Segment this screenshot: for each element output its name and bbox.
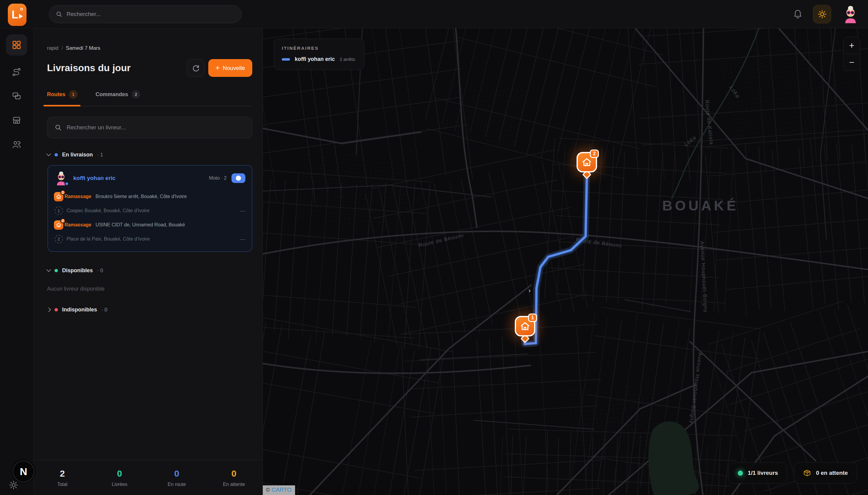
carto-link[interactable]: CARTO [272, 487, 292, 493]
street-label: Avenue Houphouët-Boigny [689, 353, 703, 424]
refresh-button[interactable] [187, 59, 205, 77]
zoom-in-button[interactable]: + [844, 37, 860, 54]
routes-legend: ITINÉRAIRES koffi yohan eric 2 arrêts [274, 39, 364, 70]
section-disponibles[interactable]: Disponibles · 0 [47, 268, 252, 274]
stop-row-pickup-2[interactable]: 2 Ramassage USINE CIDT de, Unnamed Road,… [54, 219, 245, 231]
dev-overlay-badge[interactable]: N [13, 461, 34, 482]
driver-visibility-toggle[interactable] [231, 173, 245, 183]
sidebar-item-users[interactable] [6, 134, 27, 155]
refresh-icon [192, 64, 200, 72]
city-label: BOUAKÉ [662, 198, 739, 214]
global-search[interactable] [49, 5, 242, 23]
stat-value: 0 [148, 468, 206, 479]
stop-type-label: Ramassage [65, 222, 91, 227]
chevron-down-icon [47, 268, 51, 272]
map-zoom-control: + − [843, 37, 860, 71]
settings-button[interactable] [8, 480, 19, 491]
sidebar-item-dashboard[interactable] [6, 34, 27, 55]
package-icon [803, 469, 811, 477]
bell-icon [793, 9, 803, 20]
stat-label: En attente [205, 482, 262, 487]
pickup-house-icon: 2 [54, 220, 63, 230]
chevron-down-icon [47, 152, 51, 156]
section-indisponibles[interactable]: Indisponibles · 0 [47, 307, 252, 313]
livreurs-pill-label: 1/1 livreurs [748, 470, 778, 476]
panel-header: Livraisons du jour + Nouvelle [47, 59, 252, 77]
street-label: Route de Béoumi [418, 233, 465, 249]
pickup-badge: 1 [60, 190, 65, 195]
stat-en-attente: 0 En attente [205, 468, 262, 487]
house-marker-icon: 1 [515, 316, 535, 337]
logo-play-icon [19, 14, 23, 19]
tab-routes[interactable]: Routes 1 [47, 88, 79, 106]
attente-pill[interactable]: 0 en attente [794, 462, 857, 483]
map-attribution: © CARTO [263, 485, 295, 495]
section-count: · 1 [97, 152, 103, 158]
stop-address: Coopec Bouaké, Bouaké, Côte d'Ivoire [67, 208, 236, 214]
stop-meta-dash: — [240, 236, 245, 242]
dashboard-grid-icon [12, 40, 21, 50]
theme-toggle-button[interactable] [813, 5, 831, 23]
zoom-out-button[interactable]: − [844, 54, 860, 70]
stat-label: Livrées [91, 482, 148, 487]
section-en-livraison[interactable]: En livraison · 1 [47, 152, 252, 158]
notifications-button[interactable] [793, 9, 803, 20]
empty-state-text: Aucun livreur disponible [47, 286, 252, 292]
map-tiles: BOUAKÉRoute de BéoumiRoute de BéoumiRout… [263, 28, 868, 495]
sidebar-item-orders[interactable] [6, 86, 27, 107]
stat-value: 0 [205, 468, 262, 479]
driver-search-input[interactable] [67, 124, 245, 131]
stop-type-label: Ramassage [65, 194, 91, 199]
pickup-badge: 2 [60, 218, 65, 223]
section-label: Disponibles [62, 268, 93, 274]
search-icon [56, 11, 63, 17]
legend-stop-count: 2 arrêts [340, 57, 355, 62]
stat-value: 2 [34, 468, 91, 479]
sun-icon [818, 10, 827, 19]
stat-livrees: 0 Livrées [91, 468, 148, 487]
pickup-house-icon: 1 [54, 192, 63, 201]
livreurs-pill[interactable]: 1/1 livreurs [728, 462, 787, 483]
stop-address: Broukro 5ieme arrêt, Bouaké, Côte d'Ivoi… [96, 194, 245, 199]
stop-row-dropoff-1[interactable]: 1 Coopec Bouaké, Bouaké, Côte d'Ivoire — [54, 205, 245, 217]
stat-label: Total [34, 482, 91, 487]
legend-row[interactable]: koffi yohan eric 2 arrêts [282, 56, 355, 63]
global-search-input[interactable] [67, 11, 235, 17]
map-marker-pickup-2[interactable]: 2 [575, 152, 598, 178]
sidebar-item-stores[interactable] [6, 110, 27, 131]
toggle-knob [236, 176, 241, 181]
map-status-pills: 1/1 livreurs 0 en attente [728, 462, 857, 483]
stat-total: 2 Total [34, 468, 91, 487]
tab-commandes-label: Commandes [96, 91, 128, 98]
stat-value: 0 [91, 468, 148, 479]
stop-row-dropoff-2[interactable]: 2 Place de la Paix, Bouaké, Côte d'Ivoir… [54, 233, 245, 245]
map-marker-pickup-1[interactable]: 1 [514, 316, 537, 342]
tab-routes-count: 1 [69, 90, 77, 99]
screens-icon [12, 91, 21, 101]
legend-title: ITINÉRAIRES [282, 46, 355, 51]
stop-number: 1 [55, 206, 63, 215]
topbar-actions [793, 0, 860, 28]
house-marker-icon: 2 [576, 152, 597, 172]
stop-meta-dash: — [240, 208, 245, 214]
tab-commandes-count: 2 [132, 90, 140, 99]
breadcrumb-root[interactable]: rapid [47, 45, 58, 51]
driver-search[interactable] [47, 117, 252, 138]
user-avatar[interactable] [841, 5, 860, 23]
new-delivery-label: Nouvelle [223, 65, 245, 71]
route-direction-chevron: › [528, 287, 531, 294]
driver-name[interactable]: koffi yohan eric [73, 175, 209, 182]
map-canvas[interactable]: BOUAKÉRoute de BéoumiRoute de BéoumiRout… [263, 28, 868, 495]
marker-badge: 1 [528, 313, 537, 322]
status-dot-blue [55, 153, 58, 156]
stop-row-pickup-1[interactable]: 1 Ramassage Broukro 5ieme arrêt, Bouaké,… [54, 191, 245, 202]
driver-card[interactable]: koffi yohan eric Moto · 2 1 Ramassage Br… [48, 165, 252, 252]
new-delivery-button[interactable]: + Nouvelle [208, 59, 252, 77]
tab-commandes[interactable]: Commandes 2 [96, 88, 141, 106]
app-logo[interactable]: L [8, 4, 27, 26]
breadcrumb: rapid / Samedi 7 Mars [47, 45, 252, 51]
stats-bar: 2 Total 0 Livrées 0 En route 0 En attent… [34, 460, 262, 495]
sidebar-item-routes[interactable] [6, 62, 27, 83]
chevron-right-icon [47, 307, 51, 312]
logo-degree-icon [20, 8, 23, 11]
